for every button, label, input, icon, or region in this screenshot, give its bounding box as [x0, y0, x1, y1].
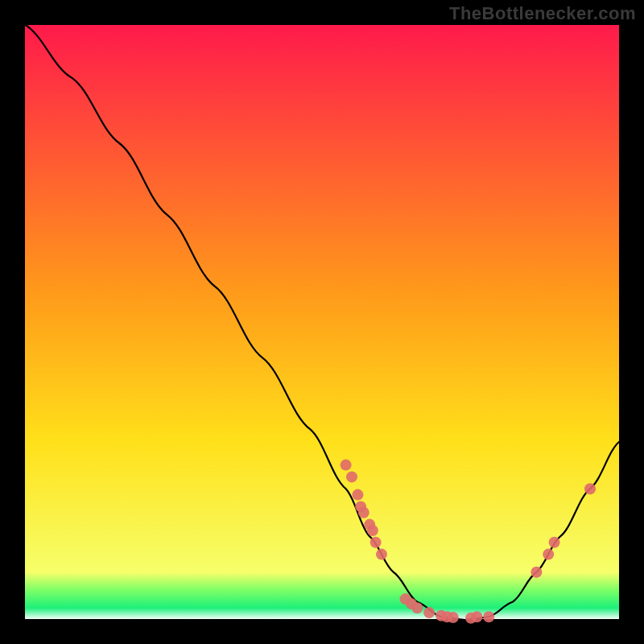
curve-marker: [346, 471, 357, 482]
curve-marker: [370, 537, 382, 548]
curve-marker: [483, 611, 494, 622]
chart-container: TheBottlenecker.com: [0, 0, 644, 644]
curve-marker: [411, 602, 423, 613]
curve-marker: [543, 549, 554, 560]
curve-marker: [448, 612, 459, 623]
curve-marker: [530, 567, 542, 578]
curve-marker: [423, 607, 435, 618]
curve-marker: [352, 489, 363, 501]
curve-marker: [584, 483, 596, 494]
curve-marker: [358, 507, 369, 518]
watermark-text: TheBottlenecker.com: [449, 3, 636, 24]
bottleneck-chart: [0, 0, 644, 644]
curve-marker: [341, 460, 352, 471]
plot-background: [24, 24, 620, 620]
curve-marker: [367, 525, 378, 536]
curve-marker: [376, 549, 387, 560]
curve-marker: [549, 537, 560, 548]
curve-marker: [471, 611, 482, 622]
